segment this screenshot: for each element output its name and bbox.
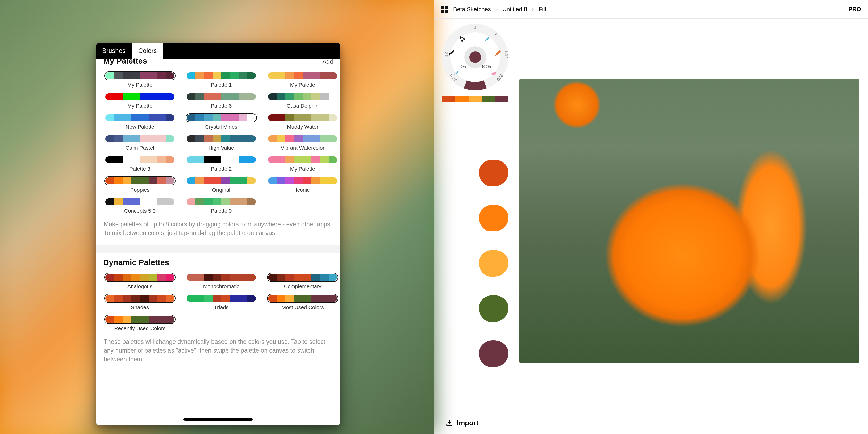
palette-item[interactable]: Palette 2 (185, 156, 257, 172)
palette-color-chip[interactable] (149, 198, 157, 205)
palette-color-chip[interactable] (303, 72, 311, 79)
palette-color-chip[interactable] (204, 135, 213, 142)
palette-swatch-strip[interactable] (268, 156, 337, 163)
palette-color-chip[interactable] (213, 72, 221, 79)
palette-color-chip[interactable] (239, 114, 247, 121)
palette-color-chip[interactable] (114, 295, 123, 302)
palette-color-chip[interactable] (166, 114, 175, 121)
palette-color-chip[interactable] (195, 135, 204, 142)
palette-color-chip[interactable] (303, 177, 311, 184)
palette-color-chip[interactable] (166, 156, 175, 163)
palette-color-chip[interactable] (140, 93, 149, 100)
palette-color-chip[interactable] (285, 156, 294, 163)
palette-color-chip[interactable] (303, 93, 311, 100)
palette-color-chip[interactable] (247, 135, 256, 142)
palette-swatch-strip[interactable] (268, 72, 337, 79)
color-sample-blob[interactable] (479, 340, 508, 367)
palette-color-chip[interactable] (247, 114, 256, 121)
palette-color-chip[interactable] (247, 177, 256, 184)
palette-color-chip[interactable] (247, 274, 256, 281)
palette-item[interactable]: Poppies (104, 177, 176, 193)
palette-color-chip[interactable] (166, 198, 175, 205)
palette-color-chip[interactable] (320, 177, 329, 184)
palette-color-chip[interactable] (105, 114, 114, 121)
palette-swatch-strip[interactable] (268, 135, 337, 142)
palette-color-chip[interactable] (105, 93, 114, 100)
palette-color-chip[interactable] (149, 295, 157, 302)
palette-swatch-strip[interactable] (187, 114, 256, 121)
color-sample-blob[interactable] (479, 295, 508, 322)
palette-color-chip[interactable] (329, 156, 338, 163)
palette-color-chip[interactable] (230, 72, 239, 79)
palette-color-chip[interactable] (311, 295, 320, 302)
palette-color-chip[interactable] (294, 156, 303, 163)
palette-swatch-strip[interactable] (187, 198, 256, 205)
palette-color-chip[interactable] (123, 177, 131, 184)
palette-color-chip[interactable] (105, 177, 114, 184)
palette-color-chip[interactable] (303, 114, 311, 121)
palette-item[interactable]: Palette 1 (185, 72, 257, 88)
palette-color-chip[interactable] (204, 274, 213, 281)
palette-color-chip[interactable] (123, 156, 131, 163)
palette-color-chip[interactable] (230, 156, 239, 163)
palette-item[interactable]: Palette 6 (185, 93, 257, 109)
palette-swatch-strip[interactable] (105, 156, 175, 163)
tool-wheel[interactable]: 0% 100% 3 3 1.14 300 10.9 12 (442, 24, 508, 90)
palette-color-chip[interactable] (187, 274, 195, 281)
palette-color-chip[interactable] (149, 156, 157, 163)
palette-item[interactable]: Shades (104, 295, 176, 311)
palette-color-chip[interactable] (149, 274, 157, 281)
import-button[interactable]: Import (446, 419, 478, 427)
palette-color-chip[interactable] (230, 177, 239, 184)
palette-color-chip[interactable] (285, 72, 294, 79)
palette-color-chip[interactable] (294, 274, 303, 281)
palette-color-chip[interactable] (157, 177, 166, 184)
palette-color-chip[interactable] (268, 156, 277, 163)
palette-color-chip[interactable] (294, 135, 303, 142)
palette-color-chip[interactable] (131, 316, 140, 323)
palette-color-chip[interactable] (187, 114, 195, 121)
palette-color-chip[interactable] (320, 114, 329, 121)
palette-color-chip[interactable] (303, 295, 311, 302)
palette-color-chip[interactable] (277, 93, 286, 100)
palette-color-chip[interactable] (320, 72, 329, 79)
palette-color-chip[interactable] (105, 274, 114, 281)
palette-color-chip[interactable] (105, 316, 114, 323)
palette-color-chip[interactable] (131, 135, 140, 142)
palette-color-chip[interactable] (230, 295, 239, 302)
palette-color-chip[interactable] (131, 114, 140, 121)
palette-color-chip[interactable] (320, 135, 329, 142)
palette-color-chip[interactable] (157, 156, 166, 163)
palette-color-chip[interactable] (221, 72, 230, 79)
palette-color-chip[interactable] (285, 274, 294, 281)
palette-color-chip[interactable] (268, 274, 277, 281)
palette-item[interactable]: Vibrant Watercolor (267, 135, 339, 151)
palette-swatch-strip[interactable] (187, 156, 256, 163)
palette-color-chip[interactable] (221, 198, 230, 205)
palette-color-chip[interactable] (311, 114, 320, 121)
palette-color-chip[interactable] (105, 156, 114, 163)
palette-color-chip[interactable] (195, 156, 204, 163)
palette-color-chip[interactable] (303, 135, 311, 142)
palette-color-chip[interactable] (221, 135, 230, 142)
watercolor-brush-icon[interactable] (483, 35, 490, 42)
palette-color-chip[interactable] (166, 274, 175, 281)
palette-color-chip[interactable] (114, 72, 123, 79)
palette-color-chip[interactable] (311, 72, 320, 79)
active-palette-color[interactable] (482, 96, 495, 102)
palette-color-chip[interactable] (105, 198, 114, 205)
palette-color-chip[interactable] (157, 114, 166, 121)
palette-color-chip[interactable] (303, 156, 311, 163)
palette-swatch-strip[interactable] (105, 114, 175, 121)
palette-color-chip[interactable] (294, 72, 303, 79)
palette-item[interactable]: Triads (185, 295, 257, 311)
palette-color-chip[interactable] (187, 93, 195, 100)
palette-color-chip[interactable] (131, 295, 140, 302)
palette-color-chip[interactable] (239, 93, 247, 100)
palette-color-chip[interactable] (213, 114, 221, 121)
palette-color-chip[interactable] (247, 156, 256, 163)
palette-color-chip[interactable] (131, 72, 140, 79)
palette-color-chip[interactable] (329, 177, 338, 184)
palette-color-chip[interactable] (187, 72, 195, 79)
palette-color-chip[interactable] (239, 274, 247, 281)
